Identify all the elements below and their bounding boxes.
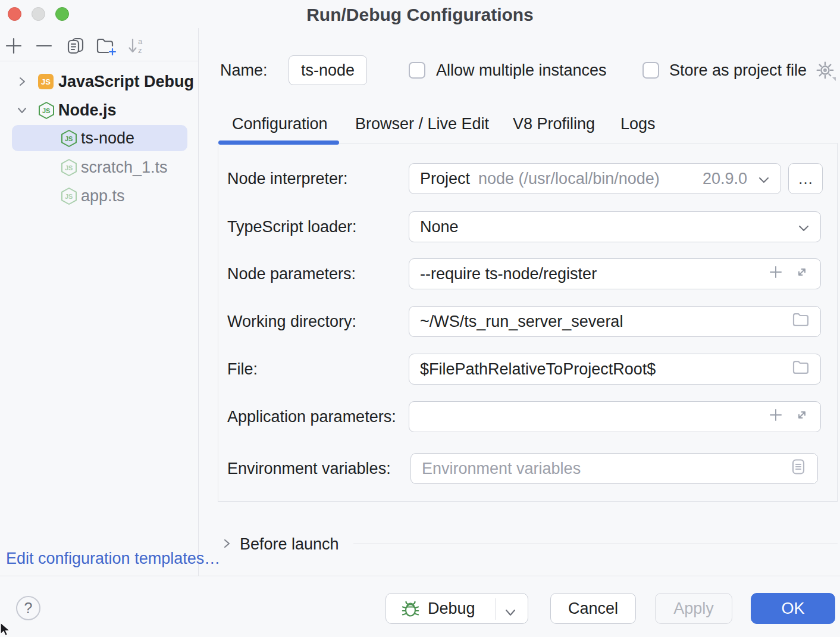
apply-button: Apply <box>655 593 732 624</box>
add-icon <box>5 37 23 57</box>
copy-icon <box>66 36 85 58</box>
browse-folder-icon[interactable] <box>792 360 810 379</box>
active-tab-indicator <box>218 140 339 145</box>
debug-split-button[interactable]: Debug <box>385 593 528 624</box>
tree-item-label: scratch_1.ts <box>81 158 168 177</box>
svg-text:JS: JS <box>65 193 73 200</box>
chevron-right-icon <box>221 542 233 552</box>
node-interpreter-select[interactable]: Project node (/usr/local/bin/node) 20.9.… <box>409 163 781 194</box>
application-parameters-field[interactable] <box>420 408 768 426</box>
environment-variables-label: Environment variables: <box>227 453 391 484</box>
working-directory-label: Working directory: <box>227 306 356 337</box>
toolbar-divider <box>0 61 198 61</box>
debug-button-label: Debug <box>428 599 475 618</box>
sidebar-item-app-ts[interactable]: JS app.ts <box>0 182 198 210</box>
store-settings-gear-button[interactable] <box>815 60 836 84</box>
node-parameters-value: --require ts-node/register <box>420 265 597 283</box>
before-launch-divider <box>353 544 838 544</box>
cancel-button[interactable]: Cancel <box>550 593 636 624</box>
gear-icon <box>815 73 836 83</box>
chevron-down-icon[interactable] <box>504 603 517 622</box>
svg-text:JS: JS <box>42 107 50 114</box>
allow-multiple-instances-checkbox[interactable] <box>409 62 425 79</box>
working-directory-value: ~/WS/ts_run_server_several <box>420 313 623 331</box>
insert-macro-icon[interactable] <box>768 264 783 284</box>
sidebar-item-scratch-1-ts[interactable]: JS scratch_1.ts <box>0 154 198 181</box>
nodejs-icon: JS <box>61 129 77 147</box>
svg-text:JS: JS <box>65 135 73 142</box>
node-interpreter-version: 20.9.0 <box>703 170 747 188</box>
browse-list-icon[interactable] <box>790 458 807 480</box>
file-label: File: <box>227 354 258 385</box>
tree-item-label: ts-node <box>81 129 134 148</box>
expand-field-icon[interactable] <box>794 407 810 427</box>
expand-field-icon[interactable] <box>794 264 810 284</box>
nodejs-icon: JS <box>38 101 55 119</box>
svg-text:JS: JS <box>65 164 73 171</box>
application-parameters-label: Application parameters: <box>227 401 396 432</box>
browse-folder-icon[interactable] <box>792 312 810 332</box>
dialog-title: Run/Debug Configurations <box>306 5 534 25</box>
node-parameters-input[interactable]: --require ts-node/register <box>409 258 821 289</box>
ok-button[interactable]: OK <box>751 593 835 624</box>
svg-text:z: z <box>138 46 142 55</box>
add-configuration-button[interactable] <box>3 36 24 58</box>
name-label: Name: <box>220 55 268 85</box>
run-debug-configurations-dialog: Run/Debug Configurations az JS JavaScrip… <box>0 0 840 637</box>
tab-v8-profiling[interactable]: V8 Profiling <box>513 110 595 138</box>
sidebar-item-nodejs[interactable]: JS Node.js <box>0 96 198 124</box>
copy-configuration-button[interactable] <box>65 36 86 58</box>
node-interpreter-more-button[interactable]: … <box>788 163 823 194</box>
chevron-down-icon[interactable] <box>17 105 27 115</box>
name-input[interactable] <box>289 55 367 85</box>
insert-macro-icon[interactable] <box>768 407 783 427</box>
close-window-button[interactable] <box>8 7 21 21</box>
before-launch-label[interactable]: Before launch <box>240 535 339 554</box>
mouse-cursor <box>0 623 13 637</box>
store-as-project-file-label[interactable]: Store as project file <box>669 55 807 85</box>
tree-item-label: app.ts <box>81 187 125 205</box>
new-folder-icon <box>96 36 117 58</box>
working-directory-input[interactable]: ~/WS/ts_run_server_several <box>409 306 821 337</box>
sidebar-item-ts-node[interactable]: JS ts-node <box>12 125 187 151</box>
allow-multiple-instances-label[interactable]: Allow multiple instances <box>436 55 607 85</box>
file-input[interactable]: $FilePathRelativeToProjectRoot$ <box>409 354 821 385</box>
tree-item-label: JavaScript Debug <box>58 73 194 91</box>
split-button-divider <box>496 598 496 620</box>
application-parameters-input[interactable] <box>409 401 821 432</box>
remove-icon <box>35 37 53 57</box>
help-button[interactable]: ? <box>16 596 40 620</box>
new-folder-button[interactable] <box>96 36 117 58</box>
footer-divider <box>0 576 840 576</box>
debug-bug-icon <box>400 598 421 619</box>
tab-logs[interactable]: Logs <box>620 110 656 138</box>
tab-configuration[interactable]: Configuration <box>232 110 328 138</box>
sort-configurations-button: az <box>126 36 148 58</box>
nodejs-icon: JS <box>61 187 77 205</box>
sidebar-item-javascript-debug[interactable]: JS JavaScript Debug <box>0 68 198 95</box>
before-launch-expander[interactable] <box>221 536 233 553</box>
chevron-down-icon <box>798 218 810 236</box>
zoom-window-button[interactable] <box>55 7 69 21</box>
tree-item-label: Node.js <box>58 101 117 120</box>
chevron-down-icon <box>758 170 770 188</box>
svg-text:a: a <box>138 37 143 46</box>
file-value: $FilePathRelativeToProjectRoot$ <box>420 360 656 379</box>
edit-configuration-templates-link[interactable]: Edit configuration templates… <box>6 549 220 568</box>
node-interpreter-value: Project <box>420 170 470 188</box>
environment-variables-input[interactable] <box>410 453 818 484</box>
typescript-loader-value: None <box>420 218 459 236</box>
typescript-loader-select[interactable]: None <box>409 211 821 242</box>
store-as-project-file-checkbox[interactable] <box>642 62 659 79</box>
chevron-right-icon[interactable] <box>17 76 27 87</box>
node-parameters-label: Node parameters: <box>227 258 356 289</box>
sort-alphabetically-icon: az <box>127 36 147 58</box>
typescript-loader-label: TypeScript loader: <box>227 211 357 242</box>
environment-variables-field[interactable] <box>422 460 790 478</box>
nodejs-icon: JS <box>61 158 77 176</box>
remove-configuration-button[interactable] <box>33 36 55 58</box>
javascript-debug-icon: JS <box>38 74 54 89</box>
minimize-window-button[interactable] <box>32 7 45 21</box>
node-interpreter-label: Node interpreter: <box>227 163 348 194</box>
tab-browser-live-edit[interactable]: Browser / Live Edit <box>355 110 489 138</box>
